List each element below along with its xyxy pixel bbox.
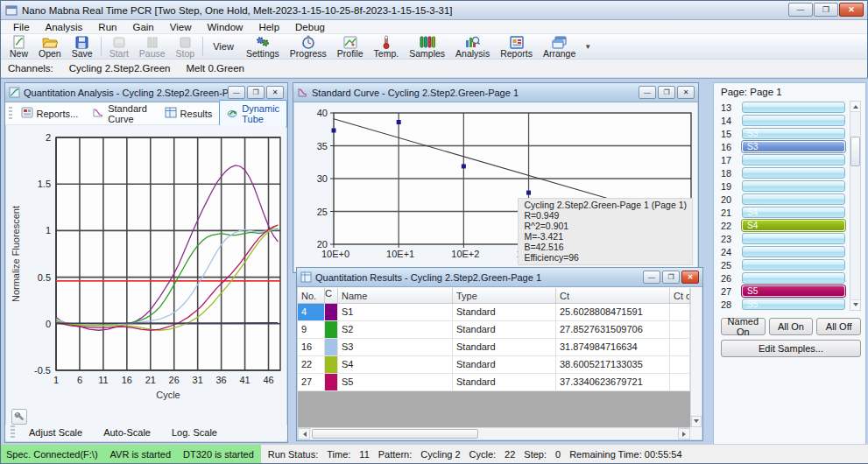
results-window-titlebar[interactable]: Quantitation Results - Cycling 2.Step2.G… — [297, 268, 702, 287]
tab-dynamic-tube[interactable]: Dynamic Tube — [219, 100, 287, 128]
minimize-button[interactable]: — — [788, 3, 813, 17]
sample-bar-16[interactable]: S3 — [742, 141, 845, 152]
cell-ct[interactable]: 31.874984716634 — [556, 339, 670, 355]
cell-no[interactable]: 27 — [298, 374, 325, 390]
tab-reports---[interactable]: Reports... — [14, 103, 86, 123]
cell-name[interactable]: S3 — [338, 339, 453, 355]
sample-bar-23[interactable] — [742, 233, 845, 244]
column-header-ct[interactable]: Ct — [556, 288, 670, 303]
named-on-button[interactable]: Named On — [721, 318, 766, 335]
menu-item-debug[interactable]: Debug — [288, 21, 332, 33]
toolbar-button-samples[interactable]: Samples — [404, 34, 450, 59]
chart-settings-button[interactable] — [11, 409, 27, 425]
column-header-name[interactable]: Name — [338, 288, 453, 303]
menu-item-gain[interactable]: Gain — [125, 21, 160, 33]
std-window-titlebar[interactable]: Standard Curve - Cycling 2.Step2.Green-P… — [293, 83, 698, 102]
toolbar-button-reports[interactable]: Reports — [495, 34, 538, 59]
tab-results[interactable]: Results — [158, 103, 220, 123]
cell-type[interactable]: Standard — [453, 321, 556, 338]
cell-no[interactable]: 16 — [298, 339, 325, 355]
menu-item-file[interactable]: File — [6, 21, 37, 33]
sample-bar-24[interactable] — [742, 246, 845, 257]
sample-bar-15[interactable]: S3 — [742, 128, 845, 139]
toolbar-button-temp[interactable]: Temp. — [369, 34, 405, 59]
cell-ct[interactable]: 25.6028808471591 — [556, 304, 670, 320]
table-row[interactable]: 4S1Standard25.6028808471591 — [298, 304, 690, 321]
cell-ct[interactable]: 27.8527631509706 — [556, 321, 670, 338]
cell-type[interactable]: Standard — [453, 374, 556, 390]
list-scroll-thumb[interactable] — [850, 137, 860, 166]
cell-ct[interactable]: 37.3340623679721 — [556, 374, 670, 390]
quant-maximize-button[interactable]: ❐ — [247, 86, 265, 99]
toolbar-button-profile[interactable]: Profile — [332, 34, 369, 59]
table-row[interactable]: 16S3Standard31.874984716634 — [298, 339, 690, 356]
toolbar-button-arrange[interactable]: Arrange — [538, 34, 581, 59]
footer-button-log--scale[interactable]: Log. Scale — [163, 426, 226, 439]
cell-type[interactable]: Standard — [453, 339, 556, 355]
all-on-button[interactable]: All On — [769, 318, 814, 335]
quant-close-button[interactable]: ✕ — [266, 86, 284, 99]
table-row[interactable]: 9S2Standard27.8527631509706 — [298, 321, 690, 339]
sample-bar-14[interactable] — [742, 115, 845, 126]
results-horizontal-scrollbar[interactable] — [298, 427, 690, 439]
table-row[interactable]: 22S4Standard38.6005217133035 — [298, 356, 690, 374]
menu-item-analysis[interactable]: Analysis — [39, 21, 90, 33]
cell-type[interactable]: Standard — [453, 304, 556, 320]
sample-bar-18[interactable] — [742, 167, 845, 179]
table-row[interactable]: 27S5Standard37.3340623679721 — [298, 374, 690, 391]
quant-minimize-button[interactable]: — — [228, 86, 245, 99]
results-close-button[interactable]: ✕ — [681, 271, 699, 284]
cell-no[interactable]: 9 — [298, 321, 325, 338]
sample-bar-25[interactable] — [742, 259, 845, 271]
scroll-down-button[interactable] — [691, 416, 702, 427]
results-maximize-button[interactable]: ❐ — [662, 271, 680, 284]
std-close-button[interactable]: ✕ — [677, 86, 695, 99]
sample-bar-22[interactable]: S4 — [742, 220, 845, 231]
toolbar-button-analysis[interactable]: Analysis — [450, 34, 495, 59]
results-minimize-button[interactable]: — — [643, 271, 660, 284]
cell-ct[interactable]: 38.6005217133035 — [556, 356, 670, 373]
cell-ct-comment[interactable] — [670, 321, 690, 338]
scroll-left-button[interactable] — [298, 428, 310, 439]
footer-button-adjust-scale[interactable]: Adjust Scale — [20, 426, 91, 439]
sample-bar-19[interactable] — [742, 180, 845, 192]
cell-name[interactable]: S2 — [338, 321, 453, 338]
toolbar-button-progress[interactable]: Progress — [285, 34, 332, 59]
toolbar-button-settings[interactable]: Settings — [241, 34, 285, 59]
cell-no[interactable]: 22 — [298, 356, 325, 373]
sample-bar-28[interactable]: S5 — [742, 299, 845, 310]
cell-name[interactable]: S5 — [338, 374, 453, 390]
sample-bar-20[interactable] — [742, 193, 845, 205]
std-minimize-button[interactable]: — — [639, 86, 656, 99]
menu-item-window[interactable]: Window — [200, 21, 250, 33]
sample-bar-13[interactable] — [742, 102, 845, 113]
cell-ct-comment[interactable] — [670, 374, 690, 390]
toolbar-button-save[interactable]: Save — [67, 34, 98, 59]
edit-samples-button[interactable]: Edit Samples... — [721, 340, 861, 357]
toolbar-overflow-caret[interactable]: ▼ — [581, 34, 595, 59]
sample-list-scrollbar[interactable] — [850, 101, 861, 311]
menu-item-run[interactable]: Run — [91, 21, 123, 33]
cell-ct-comment[interactable] — [670, 304, 690, 320]
list-scroll-down-button[interactable] — [850, 299, 860, 310]
cell-name[interactable]: S4 — [338, 356, 453, 373]
channel-item-cycling[interactable]: Cycling 2.Step2.Green — [62, 62, 178, 74]
column-header-c[interactable]: C — [325, 288, 338, 303]
results-vertical-scrollbar[interactable] — [690, 288, 702, 427]
channel-item-melt[interactable]: Melt 0.Green — [180, 62, 251, 74]
scroll-right-button[interactable] — [678, 428, 690, 439]
list-scroll-up-button[interactable] — [850, 102, 860, 112]
menu-item-view[interactable]: View — [163, 21, 199, 33]
std-maximize-button[interactable]: ❐ — [658, 86, 675, 99]
restore-button[interactable]: ❐ — [814, 3, 838, 17]
toolbar-button-new[interactable]: New — [4, 34, 33, 59]
toolbar-button-open[interactable]: Open — [33, 34, 67, 59]
cell-ct-comment[interactable] — [670, 356, 690, 373]
column-header-no[interactable]: No. — [298, 288, 325, 303]
cell-no[interactable]: 4 — [298, 304, 325, 320]
column-header-type[interactable]: Type — [453, 288, 556, 303]
sample-bar-21[interactable]: S4 — [742, 207, 845, 218]
sample-bar-17[interactable] — [742, 154, 845, 165]
cell-type[interactable]: Standard — [453, 356, 556, 373]
close-button[interactable]: ✕ — [839, 3, 864, 17]
